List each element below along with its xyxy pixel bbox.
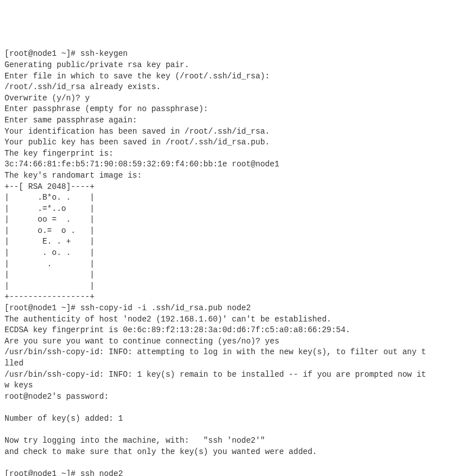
terminal-output[interactable]: [root@node1 ~]# ssh-keygen Generating pu… xyxy=(5,49,446,476)
